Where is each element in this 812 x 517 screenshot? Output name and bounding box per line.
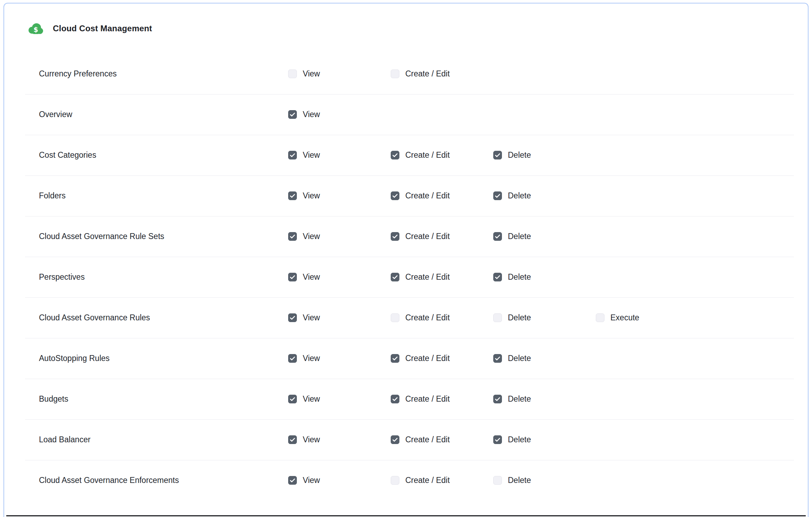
view-checkbox[interactable]	[288, 313, 297, 322]
row-perspectives: Perspectives View Create / Edit Delete	[4, 257, 808, 297]
permission-label: View	[303, 272, 320, 282]
row-permissions: View Create / Edit Delete	[288, 419, 596, 460]
row-permissions: View Create / Edit	[288, 54, 493, 94]
permission-label: View	[303, 232, 320, 241]
create-edit-checkbox[interactable]	[391, 354, 399, 363]
permission-label: Create / Edit	[405, 354, 450, 363]
permission-label: Delete	[508, 313, 531, 322]
delete-checkbox[interactable]	[493, 232, 502, 241]
row-autostopping-rules: AutoStopping Rules View Create / Edit De…	[4, 338, 808, 379]
permission-item: Delete	[493, 394, 596, 404]
bottom-edge-line	[6, 515, 806, 516]
create-edit-checkbox[interactable]	[391, 151, 399, 159]
delete-checkbox[interactable]	[493, 273, 502, 281]
create-edit-checkbox[interactable]	[391, 476, 399, 485]
row-cloud-asset-governance-rules: Cloud Asset Governance Rules View Create…	[4, 297, 808, 338]
view-checkbox[interactable]	[288, 435, 297, 444]
permission-item: Create / Edit	[391, 272, 493, 282]
view-checkbox[interactable]	[288, 69, 297, 78]
row-label: Budgets	[4, 394, 68, 404]
permission-item: Create / Edit	[391, 435, 493, 444]
page-title: Cloud Cost Management	[53, 24, 152, 33]
row-label: Load Balancer	[4, 435, 90, 444]
row-cloud-asset-governance-rule-sets: Cloud Asset Governance Rule Sets View Cr…	[4, 216, 808, 257]
permission-item: View	[288, 435, 391, 444]
delete-checkbox[interactable]	[493, 395, 502, 403]
view-checkbox[interactable]	[288, 151, 297, 159]
permission-label: Create / Edit	[405, 435, 450, 444]
permission-label: Delete	[508, 354, 531, 363]
row-label: Cost Categories	[4, 150, 96, 160]
permission-item: Execute	[596, 313, 698, 322]
row-permissions: View Create / Edit Delete	[288, 216, 596, 257]
view-checkbox[interactable]	[288, 110, 297, 119]
create-edit-checkbox[interactable]	[391, 313, 399, 322]
permission-label: View	[303, 354, 320, 363]
permission-item: Create / Edit	[391, 476, 493, 485]
row-permissions: View Create / Edit Delete	[288, 338, 596, 379]
permission-item: Create / Edit	[391, 232, 493, 241]
delete-checkbox[interactable]	[493, 151, 502, 159]
permission-item: View	[288, 110, 391, 119]
view-checkbox[interactable]	[288, 395, 297, 403]
permission-item: View	[288, 232, 391, 241]
row-permissions: View Create / Edit Delete	[288, 257, 596, 297]
permission-label: Execute	[610, 313, 639, 322]
cloud-dollar-icon: $	[27, 22, 44, 35]
delete-checkbox[interactable]	[493, 435, 502, 444]
permission-label: Create / Edit	[405, 394, 450, 404]
create-edit-checkbox[interactable]	[391, 435, 399, 444]
row-currency-preferences: Currency Preferences View Create / Edit	[4, 54, 808, 94]
permission-item: View	[288, 313, 391, 322]
row-label: Cloud Asset Governance Rules	[4, 313, 150, 322]
create-edit-checkbox[interactable]	[391, 191, 399, 200]
permission-label: View	[303, 313, 320, 322]
permission-item: Create / Edit	[391, 150, 493, 160]
create-edit-checkbox[interactable]	[391, 273, 399, 281]
delete-checkbox[interactable]	[493, 476, 502, 485]
permission-label: Create / Edit	[405, 191, 450, 200]
panel-header: $ Cloud Cost Management	[4, 3, 808, 35]
execute-checkbox[interactable]	[596, 313, 604, 322]
permission-label: View	[303, 394, 320, 404]
permission-item: View	[288, 354, 391, 363]
view-checkbox[interactable]	[288, 232, 297, 241]
row-permissions: View Create / Edit Delete Execute	[288, 297, 698, 338]
permission-label: Delete	[508, 435, 531, 444]
permission-label: View	[303, 191, 320, 200]
permission-label: Delete	[508, 394, 531, 404]
permission-item: Create / Edit	[391, 354, 493, 363]
view-checkbox[interactable]	[288, 476, 297, 485]
permission-item: View	[288, 394, 391, 404]
delete-checkbox[interactable]	[493, 191, 502, 200]
view-checkbox[interactable]	[288, 354, 297, 363]
permission-label: View	[303, 476, 320, 485]
delete-checkbox[interactable]	[493, 354, 502, 363]
permission-label: Delete	[508, 476, 531, 485]
permission-label: View	[303, 435, 320, 444]
permission-label: Create / Edit	[405, 150, 450, 160]
view-checkbox[interactable]	[288, 273, 297, 281]
row-label: Overview	[4, 110, 72, 119]
permission-item: View	[288, 476, 391, 485]
permission-item: Delete	[493, 150, 596, 160]
view-checkbox[interactable]	[288, 191, 297, 200]
row-label: Cloud Asset Governance Rule Sets	[4, 232, 164, 241]
permission-label: Create / Edit	[405, 476, 450, 485]
cloud-cost-management-panel: $ Cloud Cost Management Currency Prefere…	[3, 3, 809, 517]
row-label: Folders	[4, 191, 66, 200]
permission-item: Delete	[493, 354, 596, 363]
delete-checkbox[interactable]	[493, 313, 502, 322]
permission-item: View	[288, 150, 391, 160]
create-edit-checkbox[interactable]	[391, 69, 399, 78]
row-permissions: View	[288, 94, 391, 135]
row-load-balancer: Load Balancer View Create / Edit Delete	[4, 419, 808, 460]
create-edit-checkbox[interactable]	[391, 232, 399, 241]
create-edit-checkbox[interactable]	[391, 395, 399, 403]
permission-label: Delete	[508, 191, 531, 200]
permission-item: Create / Edit	[391, 313, 493, 322]
permission-item: Delete	[493, 435, 596, 444]
permission-label: View	[303, 69, 320, 79]
permission-item: Delete	[493, 313, 596, 322]
row-label: Perspectives	[4, 272, 85, 282]
